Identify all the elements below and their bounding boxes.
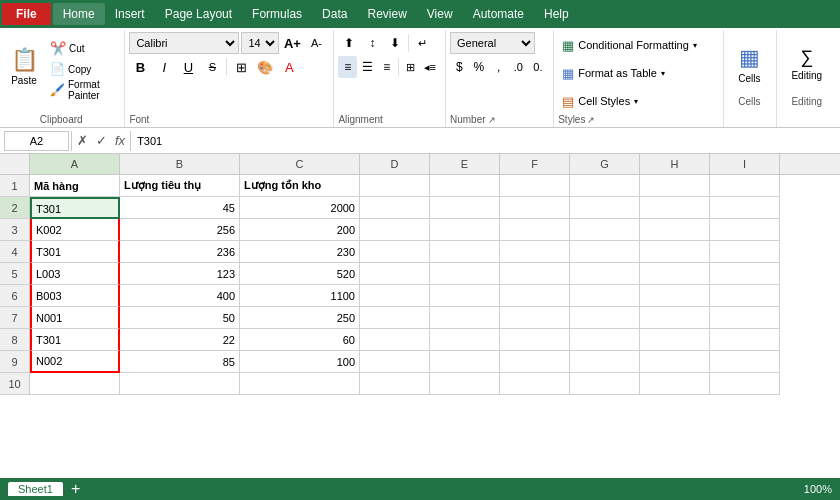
confirm-formula-icon[interactable]: ✓: [93, 133, 110, 148]
menu-page-layout[interactable]: Page Layout: [155, 3, 242, 25]
cell-d9[interactable]: [360, 351, 430, 373]
cell-h10[interactable]: [640, 373, 710, 395]
cell-f4[interactable]: [500, 241, 570, 263]
cell-i4[interactable]: [710, 241, 780, 263]
font-family-select[interactable]: Calibri: [129, 32, 239, 54]
cell-styles-button[interactable]: ▤ Cell Styles ▾: [558, 88, 717, 114]
row-header-6[interactable]: 6: [0, 285, 30, 307]
cell-b1[interactable]: Lượng tiêu thụ: [120, 175, 240, 197]
cell-c8[interactable]: 60: [240, 329, 360, 351]
cell-c9[interactable]: 100: [240, 351, 360, 373]
col-header-e[interactable]: E: [430, 154, 500, 174]
cell-h3[interactable]: [640, 219, 710, 241]
cell-i1[interactable]: [710, 175, 780, 197]
cell-e9[interactable]: [430, 351, 500, 373]
indent-decrease-button[interactable]: ◂≡: [420, 56, 439, 78]
cell-d1[interactable]: [360, 175, 430, 197]
currency-button[interactable]: $: [450, 56, 469, 78]
col-header-i[interactable]: I: [710, 154, 780, 174]
menu-data[interactable]: Data: [312, 3, 357, 25]
cell-e7[interactable]: [430, 307, 500, 329]
strikethrough-button[interactable]: S: [201, 56, 223, 78]
cell-i3[interactable]: [710, 219, 780, 241]
cell-d5[interactable]: [360, 263, 430, 285]
zoom-control[interactable]: 100%: [804, 483, 832, 495]
cell-f1[interactable]: [500, 175, 570, 197]
cell-g5[interactable]: [570, 263, 640, 285]
cell-h4[interactable]: [640, 241, 710, 263]
cell-h2[interactable]: [640, 197, 710, 219]
col-header-f[interactable]: F: [500, 154, 570, 174]
conditional-formatting-button[interactable]: ▦ Conditional Formatting ▾: [558, 32, 717, 58]
cell-f9[interactable]: [500, 351, 570, 373]
format-painter-button[interactable]: 🖌️Format Painter: [46, 80, 118, 100]
menu-help[interactable]: Help: [534, 3, 579, 25]
row-header-7[interactable]: 7: [0, 307, 30, 329]
row-header-8[interactable]: 8: [0, 329, 30, 351]
align-middle-button[interactable]: ↕: [361, 32, 383, 54]
cell-b9[interactable]: 85: [120, 351, 240, 373]
cell-a6[interactable]: B003: [30, 285, 120, 307]
cell-c3[interactable]: 200: [240, 219, 360, 241]
cell-a1[interactable]: Mã hàng: [30, 175, 120, 197]
cell-g6[interactable]: [570, 285, 640, 307]
cell-g4[interactable]: [570, 241, 640, 263]
row-header-1[interactable]: 1: [0, 175, 30, 197]
cancel-formula-icon[interactable]: ✗: [74, 133, 91, 148]
cell-f10[interactable]: [500, 373, 570, 395]
number-format-select[interactable]: General: [450, 32, 535, 54]
cell-b10[interactable]: [120, 373, 240, 395]
borders-button[interactable]: ⊞: [230, 56, 252, 78]
cell-e3[interactable]: [430, 219, 500, 241]
menu-view[interactable]: View: [417, 3, 463, 25]
row-header-5[interactable]: 5: [0, 263, 30, 285]
wrap-text-button[interactable]: ↵: [411, 32, 433, 54]
cell-e6[interactable]: [430, 285, 500, 307]
cell-e1[interactable]: [430, 175, 500, 197]
cell-c4[interactable]: 230: [240, 241, 360, 263]
formula-input[interactable]: [133, 131, 836, 151]
cell-a10[interactable]: [30, 373, 120, 395]
cell-e5[interactable]: [430, 263, 500, 285]
cells-button[interactable]: ▦ Cells: [730, 32, 768, 96]
italic-button[interactable]: I: [153, 56, 175, 78]
col-header-h[interactable]: H: [640, 154, 710, 174]
cell-a3[interactable]: K002: [30, 219, 120, 241]
col-header-c[interactable]: C: [240, 154, 360, 174]
cell-e8[interactable]: [430, 329, 500, 351]
cell-a7[interactable]: N001: [30, 307, 120, 329]
cell-d10[interactable]: [360, 373, 430, 395]
cell-f6[interactable]: [500, 285, 570, 307]
cell-f3[interactable]: [500, 219, 570, 241]
percent-button[interactable]: %: [470, 56, 489, 78]
align-right-button[interactable]: ≡: [378, 56, 397, 78]
row-header-2[interactable]: 2: [0, 197, 30, 219]
cell-h1[interactable]: [640, 175, 710, 197]
cell-c1[interactable]: Lượng tồn kho: [240, 175, 360, 197]
comma-button[interactable]: ,: [489, 56, 508, 78]
cell-c10[interactable]: [240, 373, 360, 395]
cell-f8[interactable]: [500, 329, 570, 351]
font-size-select[interactable]: 14: [241, 32, 279, 54]
cell-i5[interactable]: [710, 263, 780, 285]
align-top-button[interactable]: ⬆: [338, 32, 360, 54]
row-header-3[interactable]: 3: [0, 219, 30, 241]
col-header-g[interactable]: G: [570, 154, 640, 174]
cell-a8[interactable]: T301: [30, 329, 120, 351]
font-color-button[interactable]: A: [278, 56, 300, 78]
cell-d7[interactable]: [360, 307, 430, 329]
cell-b2[interactable]: 45: [120, 197, 240, 219]
cell-h8[interactable]: [640, 329, 710, 351]
cell-g8[interactable]: [570, 329, 640, 351]
cell-b5[interactable]: 123: [120, 263, 240, 285]
cell-f5[interactable]: [500, 263, 570, 285]
align-left-button[interactable]: ≡: [338, 56, 357, 78]
cell-f2[interactable]: [500, 197, 570, 219]
cell-e10[interactable]: [430, 373, 500, 395]
col-header-d[interactable]: D: [360, 154, 430, 174]
cell-a9[interactable]: N002: [30, 351, 120, 373]
merge-button[interactable]: ⊞: [401, 56, 420, 78]
cell-h5[interactable]: [640, 263, 710, 285]
bold-button[interactable]: B: [129, 56, 151, 78]
cell-h7[interactable]: [640, 307, 710, 329]
